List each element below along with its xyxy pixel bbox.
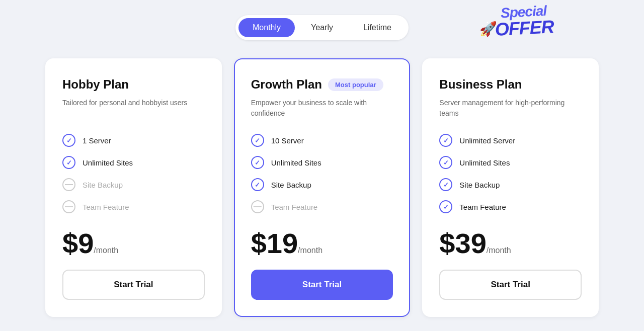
top-bar: Monthly Yearly Lifetime 🚀 Special OFFER xyxy=(10,15,634,40)
feature-text: Unlimited Sites xyxy=(83,158,133,167)
feature-text: Unlimited Server xyxy=(459,136,515,145)
lifetime-toggle[interactable]: Lifetime xyxy=(349,18,406,37)
feature-list-business: ✓ Unlimited Server ✓ Unlimited Sites xyxy=(439,134,582,213)
check-icon: ✓ xyxy=(251,134,264,147)
plan-card-hobby: Hobby Plan Tailored for personal and hob… xyxy=(45,58,222,317)
check-icon: ✓ xyxy=(251,156,264,169)
feature-item: ✓ Unlimited Sites xyxy=(62,156,205,169)
special-offer: 🚀 Special OFFER xyxy=(495,5,553,37)
price-section-hobby: $9/month xyxy=(62,229,205,258)
price-section-business: $39/month xyxy=(439,229,582,258)
feature-list-growth: ✓ 10 Server ✓ Unlimited Sites ✓ xyxy=(251,134,393,213)
plan-desc-growth: Empower your business to scale with conf… xyxy=(251,98,393,122)
plan-card-growth: Growth Plan Most popular Empower your bu… xyxy=(234,58,411,317)
plan-name-business: Business Plan xyxy=(439,77,522,92)
price-amount-hobby: $9 xyxy=(62,227,94,259)
check-icon: ✓ xyxy=(439,156,452,169)
feature-item: — Team Feature xyxy=(62,200,205,213)
plan-header-growth: Growth Plan Most popular xyxy=(251,77,393,92)
check-icon: ✓ xyxy=(439,134,452,147)
feature-text: Team Feature xyxy=(271,203,318,211)
yearly-toggle[interactable]: Yearly xyxy=(297,18,347,37)
feature-text: 1 Server xyxy=(83,136,111,145)
dash-icon: — xyxy=(62,178,75,191)
price-period-business: /month xyxy=(487,246,511,255)
check-icon: ✓ xyxy=(439,178,452,191)
check-icon: ✓ xyxy=(62,156,75,169)
feature-item: — Site Backup xyxy=(62,178,205,191)
feature-text: Site Backup xyxy=(459,181,500,189)
feature-text: Team Feature xyxy=(459,203,506,211)
feature-text: Site Backup xyxy=(83,181,123,189)
price-amount-growth: $19 xyxy=(251,227,298,259)
start-trial-btn-growth[interactable]: Start Trial xyxy=(251,270,393,300)
feature-item: ✓ Site Backup xyxy=(439,178,582,191)
check-icon: ✓ xyxy=(62,134,75,147)
feature-text: 10 Server xyxy=(271,136,304,145)
price-amount-business: $39 xyxy=(439,227,486,259)
plan-name-growth: Growth Plan xyxy=(251,77,322,92)
price-section-growth: $19/month xyxy=(251,229,393,258)
plan-desc-business: Server management for high-performing te… xyxy=(439,98,582,122)
feature-item: ✓ Unlimited Server xyxy=(439,134,582,147)
start-trial-btn-business[interactable]: Start Trial xyxy=(439,270,582,300)
price-period-hobby: /month xyxy=(94,246,118,255)
plan-header-hobby: Hobby Plan xyxy=(62,77,205,92)
check-icon: ✓ xyxy=(251,178,264,191)
popular-badge: Most popular xyxy=(328,78,383,91)
feature-text: Team Feature xyxy=(83,203,129,211)
plan-header-business: Business Plan xyxy=(439,77,582,92)
feature-item: — Team Feature xyxy=(251,200,393,213)
feature-text: Unlimited Sites xyxy=(459,158,510,167)
price-period-growth: /month xyxy=(298,246,323,255)
plans-container: Hobby Plan Tailored for personal and hob… xyxy=(45,58,599,317)
check-icon: ✓ xyxy=(439,200,452,213)
start-trial-btn-hobby[interactable]: Start Trial xyxy=(62,270,205,300)
feature-item: ✓ Unlimited Sites xyxy=(251,156,393,169)
plan-desc-hobby: Tailored for personal and hobbyist users xyxy=(62,98,205,122)
dash-icon: — xyxy=(251,200,264,213)
feature-item: ✓ 10 Server xyxy=(251,134,393,147)
feature-text: Site Backup xyxy=(271,181,311,189)
billing-toggle: Monthly Yearly Lifetime xyxy=(235,15,409,40)
special-offer-text: Special OFFER xyxy=(494,4,554,39)
offer-label: OFFER xyxy=(495,18,554,39)
feature-item: ✓ Unlimited Sites xyxy=(439,156,582,169)
plan-name-hobby: Hobby Plan xyxy=(62,77,129,92)
feature-item: ✓ Site Backup xyxy=(251,178,393,191)
plan-card-business: Business Plan Server management for high… xyxy=(422,58,599,317)
feature-item: ✓ 1 Server xyxy=(62,134,205,147)
feature-list-hobby: ✓ 1 Server ✓ Unlimited Sites — xyxy=(62,134,205,213)
dash-icon: — xyxy=(62,200,75,213)
monthly-toggle[interactable]: Monthly xyxy=(238,18,295,37)
feature-item: ✓ Team Feature xyxy=(439,200,582,213)
feature-text: Unlimited Sites xyxy=(271,158,321,167)
